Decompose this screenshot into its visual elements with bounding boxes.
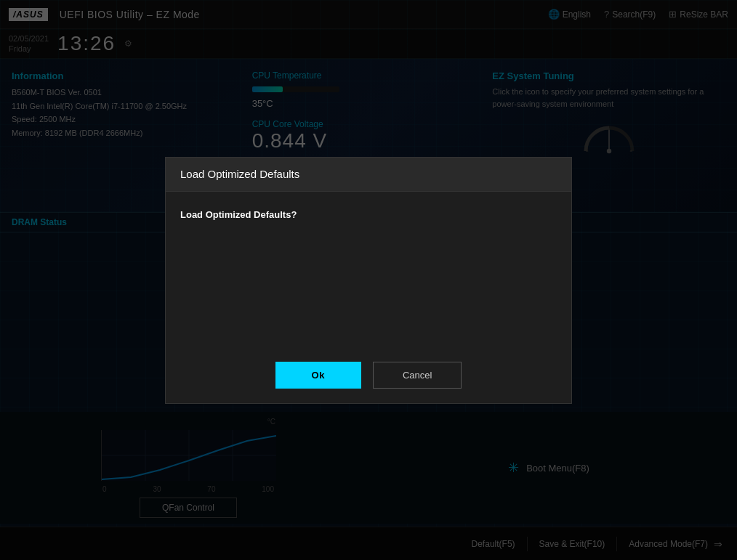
modal-body: Load Optimized Defaults? [166,192,571,347]
ok-button[interactable]: Ok [275,362,361,389]
modal-dialog: Load Optimized Defaults Load Optimized D… [165,157,572,404]
modal-title: Load Optimized Defaults [180,168,299,180]
modal-header: Load Optimized Defaults [166,158,571,192]
modal-overlay: Load Optimized Defaults Load Optimized D… [0,0,737,560]
modal-footer: Ok Cancel [166,347,571,403]
modal-question: Load Optimized Defaults? [180,209,557,220]
cancel-button[interactable]: Cancel [373,362,462,389]
